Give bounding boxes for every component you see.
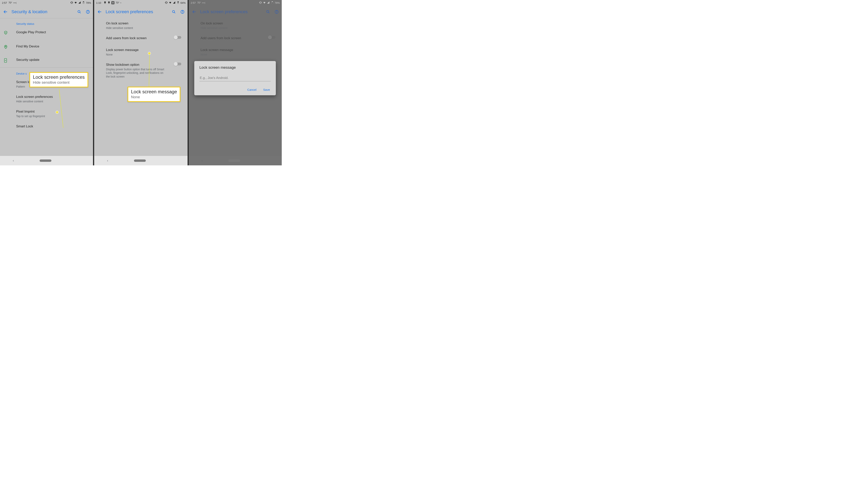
nav-back-button[interactable]: ‹ [201, 159, 202, 162]
annotation-node [148, 52, 151, 54]
row-add-users[interactable]: Add users from lock screen [94, 33, 187, 45]
nav-home-pill[interactable] [134, 159, 146, 162]
search-button[interactable] [263, 10, 272, 14]
vibrate-icon [70, 1, 73, 5]
row-on-lock-screen: On lock screen Hide sensitive content [189, 18, 282, 33]
status-battery: 64% [180, 1, 185, 4]
app-bar: Lock screen preferences [189, 5, 282, 18]
row-subtitle: None [200, 53, 278, 56]
svg-rect-0 [71, 1, 72, 3]
vibrate-icon [165, 1, 168, 5]
bulb-icon [107, 1, 110, 5]
callout-title: Lock screen message [131, 89, 177, 95]
row-title: Pixel Imprint [16, 109, 89, 114]
row-lock-screen-message[interactable]: Lock screen message None [94, 45, 187, 60]
callout-subtitle: None [131, 95, 177, 99]
callout-lock-screen-message: Lock screen message None [127, 86, 180, 102]
row-title: Add users from lock screen [106, 36, 171, 41]
row-title: Add users from lock screen [200, 36, 266, 41]
status-temp: 70° [116, 1, 119, 4]
lock-message-input[interactable] [199, 75, 271, 81]
wifi-icon [74, 1, 77, 5]
status-time: 2:57 [191, 1, 196, 4]
panel-lock-screen-preferences: 1:10 W 70° • 64% Lock screen preferences… [94, 0, 187, 166]
status-temp: 70° [197, 1, 201, 4]
svg-point-13 [172, 11, 175, 13]
row-title: On lock screen [200, 21, 278, 26]
row-play-protect[interactable]: Google Play Protect [0, 27, 93, 39]
toggle-lockdown[interactable] [174, 63, 181, 65]
panel-lock-screen-message-dialog: 2:57 70° •••| 78% Lock screen preference… [189, 0, 282, 166]
help-icon [86, 10, 90, 14]
nav-back-button[interactable]: ‹ [107, 159, 108, 162]
help-icon [180, 10, 185, 14]
row-find-device[interactable]: Find My Device [0, 39, 93, 52]
help-icon [274, 10, 279, 14]
row-subtitle: Hide sensitive content [200, 26, 278, 30]
status-bar: 1:10 W 70° • 64% [94, 0, 187, 5]
help-button[interactable] [272, 10, 281, 14]
svg-rect-12 [178, 2, 179, 3]
toggle-add-users[interactable] [174, 36, 181, 39]
nav-back-button[interactable]: ‹ [13, 159, 14, 162]
svg-rect-17 [272, 1, 273, 2]
dialog-title: Lock screen message [199, 65, 271, 70]
row-on-lock-screen[interactable]: On lock screen Hide sensitive content [94, 18, 187, 33]
battery-icon [177, 1, 180, 5]
status-battery: 78% [275, 1, 280, 4]
row-title: Lock screen message [106, 48, 184, 52]
arrow-left-icon [97, 10, 102, 14]
back-button[interactable] [190, 10, 199, 14]
svg-point-20 [267, 11, 269, 13]
svg-point-4 [78, 11, 80, 13]
row-title: Find My Device [16, 44, 89, 49]
row-title: Google Play Protect [16, 30, 89, 35]
search-button[interactable] [169, 10, 178, 14]
save-button[interactable]: Save [262, 87, 271, 93]
page-title: Lock screen preferences [104, 9, 169, 14]
annotation-node [56, 111, 58, 113]
status-battery: 78% [86, 1, 91, 4]
section-header-security-status: Security status [0, 18, 93, 27]
row-lock-screen-message: Lock screen message None [189, 45, 282, 60]
row-security-update[interactable]: Security update [0, 52, 93, 66]
battery-icon [271, 1, 274, 5]
phone-check-icon [3, 58, 7, 63]
row-pixel-imprint[interactable]: Pixel Imprint Tap to set up fingerprint [0, 106, 93, 121]
back-button[interactable] [1, 10, 10, 14]
row-title: Show lockdown option [106, 63, 171, 67]
status-time: 1:10 [96, 1, 101, 4]
search-button[interactable] [75, 10, 84, 14]
svg-rect-10 [178, 1, 179, 2]
cancel-button[interactable]: Cancel [246, 87, 257, 93]
nav-home-pill[interactable] [40, 159, 51, 162]
app-bar: Lock screen preferences [94, 5, 187, 18]
signal-icon [172, 1, 176, 5]
svg-rect-16 [260, 1, 261, 3]
settings-content: On lock screen Hide sensitive content Ad… [94, 18, 187, 81]
wifi-icon [263, 1, 266, 5]
callout-subtitle: Hide sensitive content [33, 80, 85, 85]
status-extra: •••| [202, 2, 205, 4]
nav-bar: ‹ [94, 156, 187, 166]
nav-home-pill[interactable] [228, 159, 240, 162]
help-button[interactable] [84, 10, 92, 14]
signal-icon [78, 1, 81, 5]
bulb-icon [103, 1, 107, 5]
row-add-users: Add users from lock screen [189, 33, 282, 45]
arrow-left-icon [3, 10, 8, 14]
tutorial-composite: 2:57 70° •••| 78% Security & location Se… [0, 0, 282, 166]
row-show-lockdown[interactable]: Show lockdown option Display power butto… [94, 60, 187, 81]
row-smart-lock[interactable]: Smart Lock [0, 121, 93, 133]
help-button[interactable] [178, 10, 187, 14]
search-icon [266, 10, 270, 14]
callout-lock-screen-preferences: Lock screen preferences Hide sensitive c… [29, 72, 88, 88]
status-time: 2:57 [2, 1, 7, 4]
back-button[interactable] [95, 10, 104, 14]
row-subtitle: Display power button option that turns o… [106, 67, 165, 78]
row-subtitle: Hide sensitive content [106, 26, 184, 30]
nav-bar: ‹ [189, 156, 282, 166]
row-lock-screen-preferences[interactable]: Lock screen preferences Hide sensitive c… [0, 92, 93, 106]
row-subtitle: None [106, 53, 184, 56]
dialog-lock-screen-message: Lock screen message Cancel Save [194, 61, 276, 95]
